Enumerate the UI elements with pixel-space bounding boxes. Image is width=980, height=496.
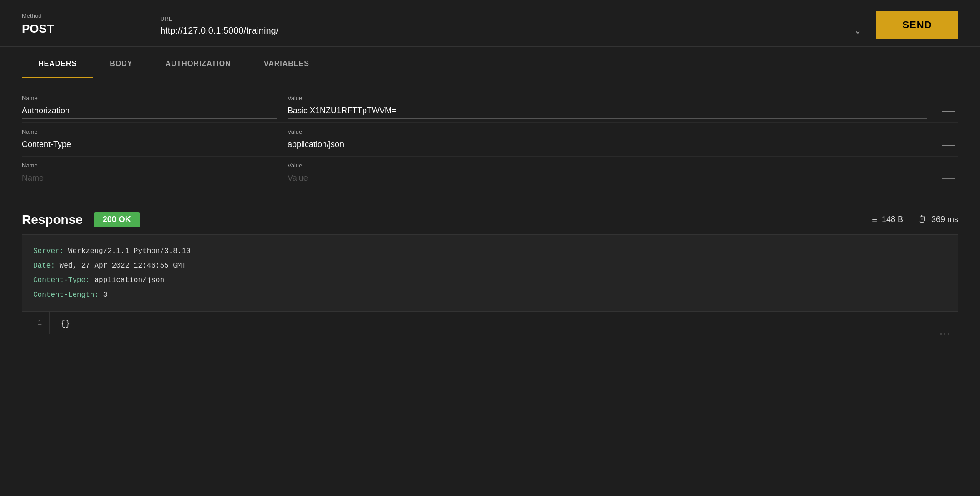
line-number-1: 1	[37, 319, 42, 327]
send-button[interactable]: SEND	[876, 11, 958, 39]
header-row-2: Name Value —	[22, 123, 958, 157]
context-menu-icon[interactable]: ⋮	[940, 329, 950, 340]
tabs-row: HEADERS BODY AUTHORIZATION VARIABLES	[0, 51, 980, 78]
header-value-field-1: Value	[288, 95, 927, 119]
response-section: Response 200 OK ≡ 148 B ⏱ 369 ms Server:…	[0, 201, 980, 348]
response-body-box: 1 {} ⋮	[22, 312, 958, 348]
name-col-label-1: Name	[22, 95, 277, 101]
resp-header-content-type: Content-Type: application/json	[33, 273, 947, 288]
response-size: ≡ 148 B	[872, 214, 903, 225]
tab-authorization[interactable]: AUTHORIZATION	[149, 51, 247, 78]
remove-header-3[interactable]: —	[938, 172, 958, 184]
value-col-label-1: Value	[288, 95, 927, 101]
chevron-down-icon[interactable]: ⌄	[850, 25, 865, 36]
method-label: Method	[22, 12, 149, 19]
header-name-input-3[interactable]	[22, 171, 277, 186]
header-value-input-2[interactable]	[288, 137, 927, 152]
header-row-1: Name Value —	[22, 89, 958, 123]
header-name-field-2: Name	[22, 128, 277, 152]
name-col-label-2: Name	[22, 128, 277, 135]
line-numbers: 1	[22, 312, 50, 334]
header-name-field-1: Name	[22, 95, 277, 119]
resp-header-content-length: Content-Length: 3	[33, 288, 947, 302]
headers-section: Name Value — Name Value — Name Value —	[0, 78, 980, 201]
resp-header-server: Server: Werkzeug/2.1.1 Python/3.8.10	[33, 244, 947, 258]
response-meta: ≡ 148 B ⏱ 369 ms	[872, 214, 958, 225]
method-section: Method POST	[22, 12, 149, 39]
remove-header-1[interactable]: —	[938, 104, 958, 117]
response-title: Response	[22, 213, 83, 227]
header-value-field-3: Value	[288, 162, 927, 186]
method-value[interactable]: POST	[22, 22, 149, 39]
header-row-3: Name Value —	[22, 157, 958, 190]
header-name-input-1[interactable]	[22, 103, 277, 119]
value-col-label-2: Value	[288, 128, 927, 135]
resp-header-date: Date: Wed, 27 Apr 2022 12:46:55 GMT	[33, 258, 947, 273]
tab-variables[interactable]: VARIABLES	[248, 51, 326, 78]
clock-icon: ⏱	[918, 214, 927, 225]
response-body-content: {}	[50, 312, 958, 335]
value-col-label-3: Value	[288, 162, 927, 169]
response-headers-box: Server: Werkzeug/2.1.1 Python/3.8.10 Dat…	[22, 234, 958, 312]
name-col-label-3: Name	[22, 162, 277, 169]
header-value-input-3[interactable]	[288, 171, 927, 186]
response-time-value: 369 ms	[931, 215, 958, 224]
response-body-text: {}	[61, 319, 71, 328]
tab-body[interactable]: BODY	[93, 51, 149, 78]
response-size-value: 148 B	[882, 215, 903, 224]
top-bar: Method POST URL http://127.0.0.1:5000/tr…	[0, 0, 980, 47]
tab-headers[interactable]: HEADERS	[22, 51, 93, 78]
url-input-row: http://127.0.0.1:5000/training/ ⌄	[160, 25, 865, 39]
response-header: Response 200 OK ≡ 148 B ⏱ 369 ms	[22, 212, 958, 227]
header-value-input-1[interactable]	[288, 103, 927, 119]
header-value-field-2: Value	[288, 128, 927, 152]
header-name-field-3: Name	[22, 162, 277, 186]
url-label: URL	[160, 15, 865, 22]
header-name-input-2[interactable]	[22, 137, 277, 152]
response-time: ⏱ 369 ms	[918, 214, 958, 225]
lines-icon: ≡	[872, 214, 877, 225]
status-badge: 200 OK	[94, 212, 140, 227]
url-input[interactable]: http://127.0.0.1:5000/training/	[160, 25, 850, 36]
url-section: URL http://127.0.0.1:5000/training/ ⌄	[160, 15, 865, 39]
remove-header-2[interactable]: —	[938, 138, 958, 151]
